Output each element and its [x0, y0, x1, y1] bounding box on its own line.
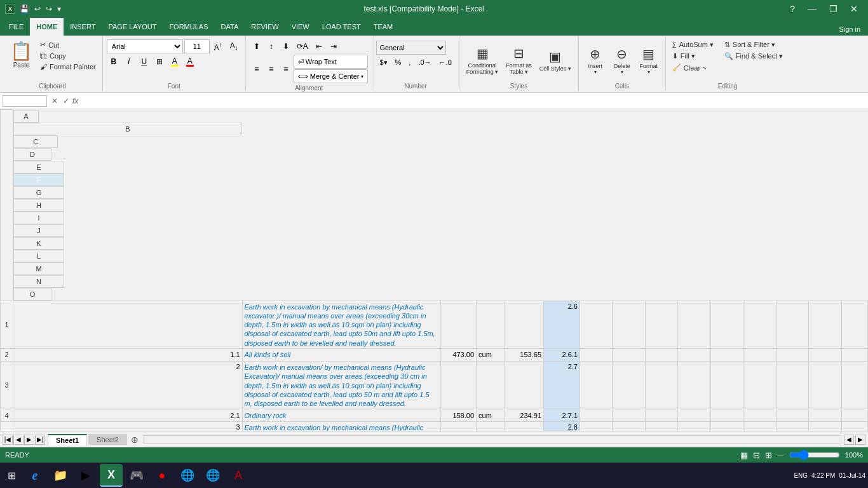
cell-a[interactable]: 3 [13, 422, 243, 431]
tab-view[interactable]: VIEW [285, 18, 316, 36]
cell-a[interactable] [13, 301, 243, 348]
cell-g[interactable] [580, 422, 612, 431]
fill-button[interactable]: ⬇ Fill ▾ [670, 51, 721, 62]
align-right-button[interactable]: ≡ [279, 62, 293, 76]
number-format-select[interactable]: General [376, 41, 446, 55]
increase-decimal-button[interactable]: .0→ [415, 56, 434, 69]
cell-l[interactable] [743, 422, 776, 431]
col-header-n[interactable]: N [13, 275, 64, 288]
decrease-font-button[interactable]: A↓ [227, 39, 241, 53]
grid-scroll[interactable]: A B C D E F G H I J K L M N O [0, 109, 868, 431]
col-header-o[interactable]: O [13, 288, 51, 301]
tab-home[interactable]: HOME [30, 18, 64, 36]
conditional-formatting-button[interactable]: ▦ ConditionalFormatting ▾ [463, 39, 502, 81]
tab-insert[interactable]: INSERT [64, 18, 102, 36]
cell-e[interactable]: 234.91 [505, 409, 543, 422]
row-number[interactable]: 4 [1, 409, 13, 422]
cell-k[interactable] [710, 409, 743, 422]
col-header-m[interactable]: M [13, 262, 64, 275]
cell-k[interactable] [710, 361, 743, 409]
cell-n[interactable] [809, 409, 841, 422]
cell-a[interactable]: 1.1 [13, 348, 243, 361]
col-header-a[interactable]: A [13, 110, 39, 123]
fill-color-button[interactable]: A [168, 55, 182, 69]
taskbar-app6[interactable]: ● [151, 464, 173, 487]
cell-g[interactable] [580, 348, 612, 361]
font-color-button[interactable]: A [183, 55, 197, 69]
cell-b[interactable]: Ordinary rock [242, 409, 440, 422]
sheet-tab-sheet1[interactable]: Sheet1 [48, 434, 87, 445]
cell-h[interactable] [613, 348, 645, 361]
cell-e[interactable] [505, 422, 543, 431]
cell-m[interactable] [776, 301, 808, 348]
minimize-button[interactable]: — [803, 3, 822, 15]
col-header-i[interactable]: I [13, 212, 64, 224]
indent-increase-button[interactable]: ⇥ [327, 39, 341, 53]
percent-button[interactable]: % [392, 56, 405, 69]
copy-button[interactable]: ⿻ Copy [37, 51, 98, 61]
sign-in-button[interactable]: Sign in [834, 23, 865, 36]
cell-c[interactable] [440, 301, 476, 348]
taskbar-media[interactable]: ▶ [74, 464, 97, 487]
cut-button[interactable]: ✂ Cut [37, 39, 98, 50]
scroll-right-button[interactable]: ▶ [855, 435, 865, 445]
cell-m[interactable] [776, 409, 808, 422]
align-center-button[interactable]: ≡ [264, 62, 278, 76]
help-button[interactable]: ? [785, 3, 800, 15]
cell-n[interactable] [809, 361, 841, 409]
row-number[interactable]: 5 [1, 422, 13, 431]
col-header-h[interactable]: H [13, 199, 64, 212]
cell-a[interactable]: 2 [13, 361, 243, 409]
cell-h[interactable] [613, 422, 645, 431]
cell-e[interactable]: 153.65 [505, 348, 543, 361]
underline-button[interactable]: U [137, 55, 151, 69]
cell-f[interactable]: 2.8 [544, 422, 580, 431]
cell-j[interactable] [678, 422, 710, 431]
cell-i[interactable] [645, 422, 677, 431]
redo-qat-button[interactable]: ↪ [44, 3, 54, 15]
col-header-b[interactable]: B [13, 123, 242, 135]
cancel-formula-button[interactable]: ✕ [50, 97, 60, 105]
cell-m[interactable] [776, 348, 808, 361]
cell-reference-input[interactable]: F48 [3, 95, 47, 107]
taskbar-explorer[interactable]: 📁 [49, 464, 72, 487]
col-header-d[interactable]: D [13, 148, 51, 161]
customize-qat-button[interactable]: ▾ [55, 3, 63, 15]
taskbar-chrome[interactable]: 🌐 [176, 464, 199, 487]
increase-font-button[interactable]: A↑ [211, 39, 226, 53]
tab-load-test[interactable]: LOAD TEST [316, 18, 367, 36]
cell-l[interactable] [743, 361, 776, 409]
autosum-button[interactable]: Σ AutoSum ▾ [670, 39, 721, 50]
cell-o[interactable] [841, 422, 867, 431]
tab-formulas[interactable]: FORMULAS [163, 18, 214, 36]
cell-e[interactable] [505, 301, 543, 348]
col-header-e[interactable]: E [13, 161, 64, 173]
align-bottom-button[interactable]: ⬇ [279, 39, 293, 53]
col-header-l[interactable]: L [13, 250, 64, 262]
cell-j[interactable] [678, 301, 710, 348]
cell-m[interactable] [776, 361, 808, 409]
cell-c[interactable] [440, 361, 476, 409]
close-button[interactable]: ✕ [845, 3, 863, 15]
cell-j[interactable] [678, 361, 710, 409]
taskbar-app5[interactable]: 🎮 [125, 464, 148, 487]
decrease-decimal-button[interactable]: ←.0 [436, 56, 455, 69]
cell-l[interactable] [743, 301, 776, 348]
cell-g[interactable] [580, 409, 612, 422]
currency-button[interactable]: $▾ [376, 56, 390, 69]
cell-h[interactable] [613, 409, 645, 422]
cell-h[interactable] [613, 361, 645, 409]
scroll-left-button[interactable]: ◀ [844, 435, 854, 445]
normal-view-button[interactable]: ▦ [740, 451, 748, 460]
first-sheet-button[interactable]: |◀ [3, 435, 13, 445]
font-size-input[interactable] [184, 39, 210, 53]
cell-b[interactable]: Earth work in excavation by mechanical m… [242, 301, 440, 348]
maximize-button[interactable]: ❐ [824, 3, 843, 15]
borders-button[interactable]: ⊞ [153, 55, 166, 69]
clear-button[interactable]: 🧹 Clear ~ [670, 62, 721, 73]
tab-review[interactable]: REVIEW [245, 18, 285, 36]
cell-c[interactable]: 158.00 [440, 409, 476, 422]
cell-o[interactable] [841, 409, 867, 422]
cell-b[interactable]: Earth work in excavation/ by mechanical … [242, 361, 440, 409]
col-header-j[interactable]: J [13, 224, 64, 237]
